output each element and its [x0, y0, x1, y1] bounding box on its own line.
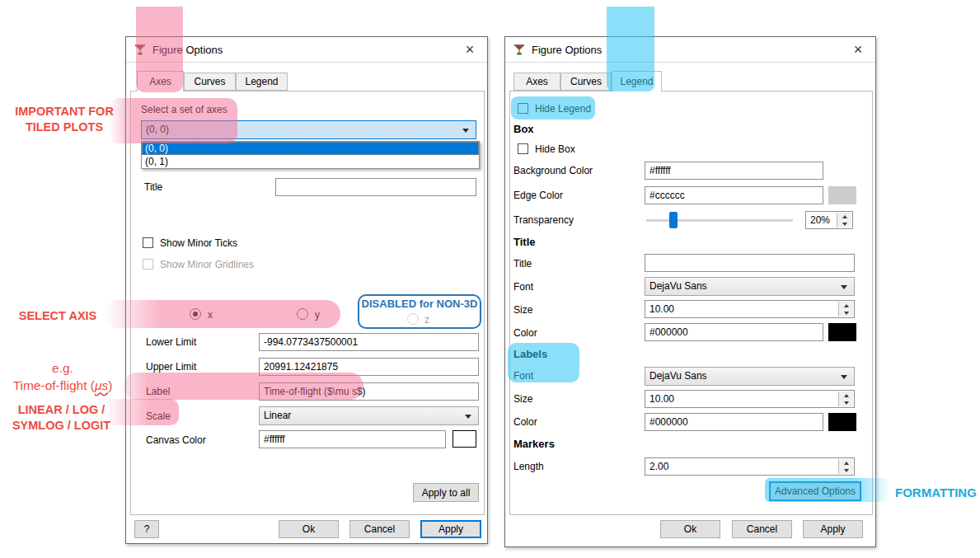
- matplotlib-icon: [134, 43, 147, 56]
- axes-combobox-value: (0, 0): [146, 124, 169, 135]
- tab-axes[interactable]: Axes: [137, 71, 184, 91]
- tab-legend[interactable]: Legend: [612, 71, 662, 91]
- title-color-swatch[interactable]: [828, 323, 856, 341]
- tab-curves[interactable]: Curves: [560, 73, 612, 91]
- annotation-scale-options: LINEAR / LOG / SYMLOG / LOGIT: [2, 402, 121, 434]
- disabled-non3d-text: DISABLED for NON-3D: [359, 298, 480, 310]
- matplotlib-icon: [513, 43, 526, 56]
- annotation-example-label: e.g. Time-of-flight (μs): [0, 359, 125, 394]
- title-color-input[interactable]: #000000: [645, 323, 823, 341]
- annotation-formatting: FORMATTING: [895, 485, 978, 499]
- upper-limit-label: Upper Limit: [146, 361, 196, 373]
- tab-bar: Axes Curves Legend: [126, 73, 487, 91]
- labels-color-swatch[interactable]: [828, 413, 856, 431]
- radio-z-label: z: [424, 314, 429, 326]
- scale-label: Scale: [146, 410, 171, 423]
- ok-button[interactable]: Ok: [660, 520, 720, 538]
- title-section-header: Title: [513, 236, 536, 248]
- radio-x[interactable]: [190, 308, 201, 320]
- help-button[interactable]: ?: [134, 520, 159, 538]
- slider-handle[interactable]: [669, 212, 678, 228]
- labels-color-input[interactable]: #000000: [645, 413, 823, 431]
- labels-size-label: Size: [513, 393, 532, 406]
- cancel-button[interactable]: Cancel: [349, 520, 410, 538]
- radio-y[interactable]: [297, 308, 308, 320]
- length-spinbox[interactable]: 2.00: [645, 457, 855, 476]
- labels-section-header: Labels: [513, 348, 547, 360]
- axis-label-label: Label: [146, 386, 170, 398]
- select-axes-label: Select a set of axes: [141, 104, 227, 116]
- title-input[interactable]: [275, 178, 476, 196]
- show-minor-ticks-label: Show Minor Ticks: [160, 237, 237, 250]
- edge-color-label: Edge Color: [513, 190, 563, 202]
- spinner-arrows[interactable]: [838, 302, 853, 317]
- radio-x-label: x: [208, 309, 213, 321]
- titlebar: Figure Options ×: [126, 37, 487, 63]
- close-icon[interactable]: ×: [452, 37, 487, 62]
- close-icon[interactable]: ×: [841, 37, 875, 62]
- spinner-arrows[interactable]: [838, 459, 853, 474]
- apply-button[interactable]: Apply: [803, 520, 863, 538]
- title-size-label: Size: [513, 304, 532, 317]
- length-label: Length: [513, 461, 544, 473]
- annotation-important-tiled-plots: IMPORTANT FOR TILED PLOTS: [3, 104, 125, 135]
- lower-limit-input[interactable]: -994.0773437500001: [259, 333, 479, 351]
- legend-title-input[interactable]: [645, 254, 855, 272]
- radio-z: [407, 313, 419, 325]
- title-size-value: 10.00: [649, 303, 674, 315]
- tab-bar: Axes Curves Legend: [505, 73, 875, 91]
- advanced-options-button[interactable]: Advanced Options: [769, 481, 861, 501]
- canvas-color-input[interactable]: #ffffff: [259, 430, 446, 448]
- mu-s-italic: μs: [95, 378, 108, 392]
- hide-legend-checkbox[interactable]: [518, 103, 528, 114]
- length-value: 2.00: [649, 461, 668, 472]
- labels-size-value: 10.00: [649, 393, 674, 405]
- canvas-color-swatch[interactable]: [452, 430, 476, 448]
- tab-curves[interactable]: Curves: [184, 73, 236, 91]
- labels-font-combobox[interactable]: DejaVu Sans: [645, 367, 855, 386]
- hide-box-checkbox[interactable]: [518, 143, 528, 154]
- background-color-input[interactable]: #ffffff: [645, 162, 823, 180]
- markers-section-header: Markers: [513, 438, 555, 450]
- title-font-label: Font: [513, 281, 533, 293]
- upper-limit-input[interactable]: 20991.12421875: [259, 358, 479, 376]
- axis-label-input[interactable]: Time-of-flight ($\mu s$): [259, 382, 479, 401]
- tab-axes[interactable]: Axes: [513, 73, 560, 91]
- title-color-label: Color: [513, 327, 537, 340]
- figure-options-dialog-axes: Figure Options × Axes Curves Legend Sele…: [125, 36, 488, 544]
- show-minor-gridlines-label: Show Minor Gridlines: [160, 259, 254, 271]
- edge-color-input[interactable]: #cccccc: [645, 186, 823, 204]
- chevron-down-icon: [462, 129, 469, 133]
- apply-to-all-button[interactable]: Apply to all: [413, 483, 479, 502]
- cancel-button[interactable]: Cancel: [732, 520, 792, 538]
- chevron-down-icon: [465, 415, 471, 419]
- spinner-arrows[interactable]: [837, 213, 851, 227]
- axes-combobox[interactable]: (0, 0): [141, 120, 476, 139]
- axes-option-0-1[interactable]: (0, 1): [142, 155, 479, 168]
- radio-y-label: y: [315, 309, 320, 321]
- labels-font-value: DejaVu Sans: [649, 370, 707, 382]
- transparency-slider[interactable]: [645, 211, 795, 229]
- title-font-combobox[interactable]: DejaVu Sans: [645, 277, 855, 296]
- axes-dropdown-list: (0, 0) (0, 1): [141, 141, 480, 169]
- labels-size-spinbox[interactable]: 10.00: [645, 390, 855, 408]
- show-minor-gridlines-checkbox: [143, 259, 153, 270]
- chevron-down-icon: [841, 285, 847, 289]
- disabled-non3d-annotation-box: DISABLED for NON-3D z: [358, 294, 481, 329]
- hide-box-label: Hide Box: [535, 143, 575, 156]
- scale-combobox[interactable]: Linear: [259, 406, 479, 425]
- tab-legend[interactable]: Legend: [236, 73, 288, 91]
- window-title: Figure Options: [152, 44, 223, 56]
- show-minor-ticks-checkbox[interactable]: [143, 237, 153, 248]
- axes-option-0-0[interactable]: (0, 0): [142, 142, 479, 155]
- transparency-spinbox[interactable]: 20%: [805, 211, 853, 229]
- ok-button[interactable]: Ok: [279, 520, 339, 538]
- figure-options-dialog-legend: Figure Options × Axes Curves Legend Hide…: [504, 36, 876, 547]
- edge-color-swatch[interactable]: [828, 186, 856, 204]
- apply-button[interactable]: Apply: [420, 520, 481, 538]
- labels-font-label: Font: [513, 370, 533, 382]
- hide-legend-label: Hide Legend: [535, 103, 591, 115]
- title-size-spinbox[interactable]: 10.00: [645, 300, 855, 318]
- spinner-arrows[interactable]: [838, 392, 853, 406]
- window-title: Figure Options: [532, 44, 602, 56]
